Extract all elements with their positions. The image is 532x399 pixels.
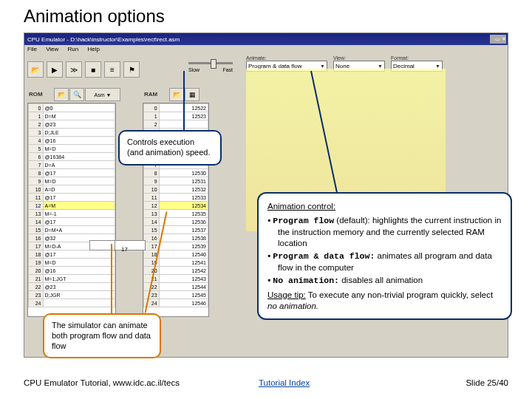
table-row: 1512537 <box>144 226 208 234</box>
table-row: 012522 <box>144 104 208 112</box>
table-row: 1612538 <box>144 234 208 242</box>
rom-table: 0@01D=M2@233D;JLE4@165M=D6@163847D=A8@17… <box>27 103 116 317</box>
tip-body: To execute any non-trivial program quick… <box>306 290 493 299</box>
table-row: 2212544 <box>144 283 208 291</box>
rom-open-icon[interactable]: 📂 <box>54 88 69 101</box>
toolbar: 📂 ▶ ≫ ■ ≡ ⚑ <box>26 57 141 82</box>
register-right: 17 <box>115 245 134 255</box>
opt1-name: Program flow <box>273 216 334 225</box>
table-row: 18@17 <box>29 250 115 259</box>
slide-title: Animation options <box>24 6 165 27</box>
menu-view[interactable]: View <box>46 46 58 52</box>
table-row: 24 <box>29 299 115 307</box>
table-row: 112523 <box>144 112 208 120</box>
run-icon[interactable]: ≫ <box>66 61 82 78</box>
table-row: 1212534 <box>144 202 208 210</box>
format-label: Format: <box>391 55 443 61</box>
table-row: 13M=-1 <box>29 210 115 218</box>
table-row: 22@23 <box>29 283 115 291</box>
table-row: 4@16 <box>29 137 115 145</box>
table-row: 1812540 <box>144 250 208 259</box>
table-row: 2312545 <box>144 291 208 299</box>
table-row: 7D=A <box>29 161 115 169</box>
tip-head: Usage tip: <box>267 290 306 299</box>
table-row: 2@23 <box>29 120 115 129</box>
ram-open-icon[interactable]: 📂 <box>169 88 184 101</box>
chevron-down-icon: ▼ <box>378 64 383 69</box>
table-row: 2412546 <box>144 299 208 307</box>
anim-opt-no-animation: No animation: disables all animation <box>267 275 502 287</box>
chevron-down-icon: ▼ <box>320 64 325 69</box>
table-row: 2 <box>144 120 208 129</box>
table-row: 3D;JLE <box>29 129 115 137</box>
table-row: 1D=M <box>29 112 115 120</box>
table-row: 14@17 <box>29 218 115 226</box>
reset-icon[interactable]: ≡ <box>104 61 120 78</box>
open-icon[interactable]: 📂 <box>27 61 44 78</box>
table-row: 1412536 <box>144 218 208 226</box>
register-box: 17 <box>89 240 146 250</box>
table-row: 0@0 <box>29 104 115 112</box>
tip-tail: no animation. <box>267 301 318 310</box>
table-row: 20@16 <box>29 267 115 275</box>
table-row: 23D;JGR <box>29 291 115 299</box>
table-row: 11@17 <box>29 194 115 202</box>
callout-pointer-orange <box>111 244 112 315</box>
stop-icon[interactable]: ■ <box>85 61 101 78</box>
callout-animate: The simulator can animate both program f… <box>43 313 161 358</box>
table-row: 12A=M <box>29 202 115 210</box>
table-row: 6@16384 <box>29 153 115 161</box>
speed-fast-label: Fast <box>222 67 233 72</box>
anim-control-head: Animation control: <box>267 201 502 212</box>
table-row: 5M=D <box>29 145 115 153</box>
rom-find-icon[interactable]: 🔍 <box>69 88 84 101</box>
table-row: 812530 <box>144 169 208 177</box>
menu-help[interactable]: Help <box>87 46 99 52</box>
speed-slow-label: Slow <box>188 67 200 72</box>
table-row: 1312535 <box>144 210 208 218</box>
view-label: View: <box>333 55 385 61</box>
table-row: 1012532 <box>144 185 208 194</box>
table-row: 8@17 <box>29 169 115 177</box>
window-title: CPU Emulator - D:\hack\instructor\Exampl… <box>27 36 180 43</box>
step-icon[interactable]: ▶ <box>47 61 63 78</box>
table-row: 1912541 <box>144 259 208 267</box>
speed-slider[interactable]: Slow Fast <box>188 59 233 72</box>
anim-opt-program-flow: Program flow (default): highlights the c… <box>267 215 502 249</box>
footer-slide-number: Slide 25/40 <box>466 378 508 387</box>
ram-find-icon[interactable]: ▦ <box>185 88 200 101</box>
menu-file[interactable]: File <box>27 46 37 52</box>
anim-usage-tip: Usage tip: To execute any non-trivial pr… <box>267 290 502 312</box>
callout-pointer <box>183 71 185 132</box>
table-row: 1112533 <box>144 194 208 202</box>
window-titlebar: CPU Emulator - D:\hack\instructor\Exampl… <box>24 33 508 45</box>
breakpoint-icon[interactable]: ⚑ <box>123 61 140 78</box>
table-row: 21M=1;JGT <box>29 275 115 283</box>
anim-opt-program-data-flow: Program & data flow: animates all progra… <box>267 250 502 273</box>
table-row: 1712539 <box>144 242 208 250</box>
menubar: File View Run Help <box>24 45 508 55</box>
table-row: 912531 <box>144 177 208 185</box>
table-row: 10A=D <box>29 185 115 194</box>
window-controls-icon: ▭ ✕ <box>490 35 506 44</box>
ram-label: RAM <box>144 91 157 98</box>
opt3-name: No animation: <box>273 276 339 285</box>
callout-animate-text: The simulator can animate both program f… <box>52 321 151 350</box>
opt2-name: Program & data flow: <box>273 251 375 261</box>
footer-left: CPU Emulator Tutorial, www.idc.ac.il/tec… <box>24 378 180 387</box>
callout-animation-control: Animation control: Program flow (default… <box>257 192 512 320</box>
chevron-down-icon: ▼ <box>435 64 440 69</box>
table-row: 15D=M+A <box>29 226 115 234</box>
animate-label: Animate: <box>246 55 327 61</box>
footer: CPU Emulator Tutorial, www.idc.ac.il/tec… <box>0 378 532 393</box>
opt3-desc: disables all animation <box>339 276 423 284</box>
table-row: 9M=D <box>29 177 115 185</box>
menu-run[interactable]: Run <box>68 46 79 52</box>
footer-tutorial-index-link[interactable]: Tutorial Index <box>259 378 310 387</box>
rom-mode[interactable]: Asm ▼ <box>85 88 120 101</box>
callout-speed-text: Controls execution (and animation) speed… <box>127 137 211 157</box>
table-row: 19M=D <box>29 259 115 267</box>
rom-label: ROM <box>29 91 43 98</box>
callout-speed: Controls execution (and animation) speed… <box>118 130 222 166</box>
